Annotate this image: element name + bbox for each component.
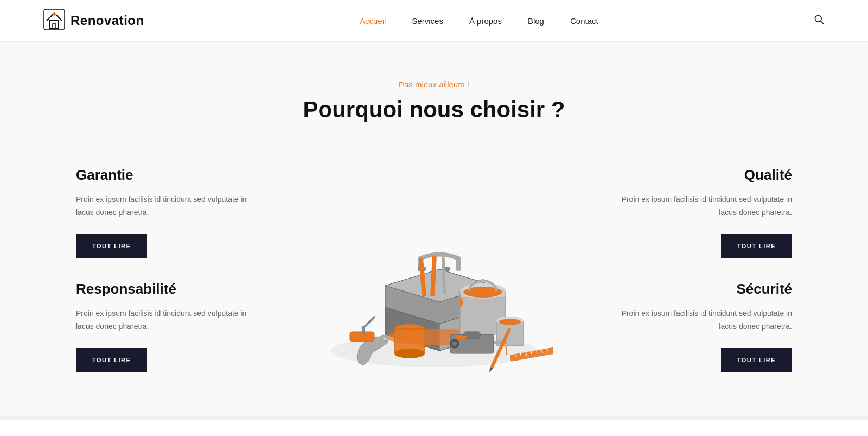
feature-garantie: Garantie Proin ex ipsum facilisis id tin…: [43, 167, 282, 258]
why-title: Pourquoi nous choisir ?: [43, 97, 825, 123]
why-section: Pas mieux ailleurs ! Pourquoi nous chois…: [0, 42, 868, 144]
header: Renovation Accueil Services À propos Blo…: [0, 0, 868, 42]
svg-rect-44: [362, 326, 365, 334]
svg-rect-2: [53, 24, 56, 28]
feature-responsabilite: Responsabilité Proin ex ipsum facilisis …: [43, 281, 282, 372]
svg-point-28: [452, 342, 457, 346]
qualite-read-button[interactable]: TOUT LIRE: [721, 234, 792, 258]
responsabilite-read-button[interactable]: TOUT LIRE: [76, 348, 147, 372]
nav-accueil[interactable]: Accueil: [360, 16, 386, 26]
responsabilite-desc: Proin ex ipsum facilisis id tincidunt se…: [76, 307, 260, 333]
logo-text: Renovation: [71, 13, 144, 28]
nav-apropos[interactable]: À propos: [469, 16, 502, 26]
responsabilite-title: Responsabilité: [76, 281, 282, 298]
feature-qualite: Qualité Proin ex ipsum facilisis id tinc…: [586, 167, 825, 258]
svg-point-21: [499, 319, 521, 325]
svg-rect-1: [50, 21, 59, 28]
bottom-bar: [0, 416, 868, 420]
svg-rect-30: [456, 336, 467, 339]
securite-read-button[interactable]: TOUT LIRE: [721, 348, 792, 372]
securite-title: Sécurité: [586, 281, 792, 298]
svg-point-4: [815, 16, 821, 22]
logo-icon: [43, 9, 65, 33]
nav-blog[interactable]: Blog: [528, 16, 544, 26]
garantie-read-button[interactable]: TOUT LIRE: [76, 234, 147, 258]
securite-desc: Proin ex ipsum facilisis id tincidunt se…: [608, 307, 792, 333]
feature-securite: Sécurité Proin ex ipsum facilisis id tin…: [586, 281, 825, 372]
qualite-desc: Proin ex ipsum facilisis id tincidunt se…: [608, 193, 792, 219]
garantie-desc: Proin ex ipsum facilisis id tincidunt se…: [76, 193, 260, 219]
nav-contact[interactable]: Contact: [570, 16, 598, 26]
why-subtitle: Pas mieux ailleurs !: [43, 80, 825, 89]
svg-rect-43: [350, 332, 374, 342]
svg-line-5: [821, 21, 824, 24]
qualite-title: Qualité: [586, 167, 792, 184]
garantie-title: Garantie: [76, 167, 282, 184]
main-nav: Accueil Services À propos Blog Contact: [360, 16, 598, 26]
nav-services[interactable]: Services: [412, 16, 443, 26]
search-icon[interactable]: [814, 14, 825, 27]
features-container: Garantie Proin ex ipsum facilisis id tin…: [0, 144, 868, 416]
logo[interactable]: Renovation: [43, 9, 144, 33]
svg-point-24: [394, 349, 425, 358]
center-illustration: [282, 166, 586, 372]
